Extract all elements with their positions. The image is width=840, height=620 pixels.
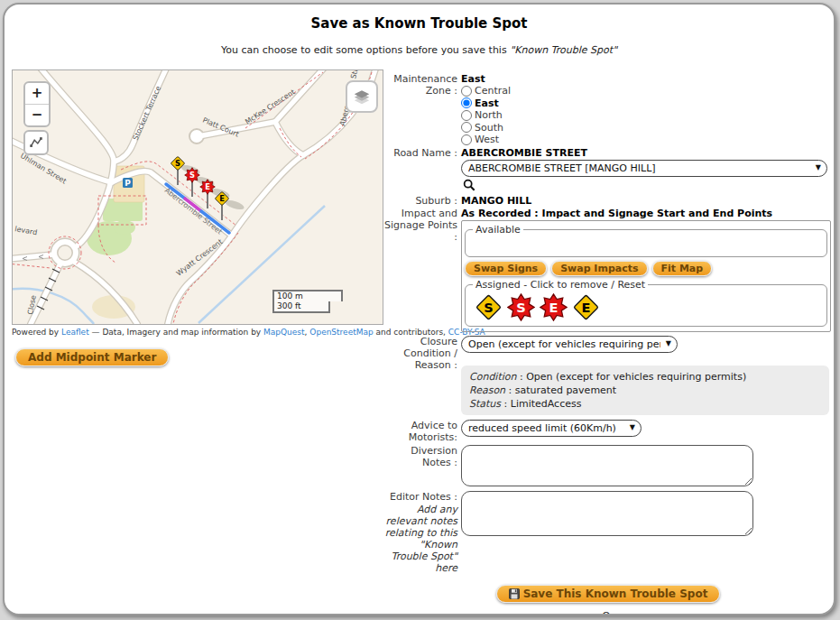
page-title: Save as Known Trouble Spot — [5, 15, 834, 32]
zone-radio-south[interactable]: South — [461, 122, 833, 134]
impact-signage-value: As Recorded : Impact and Signage Start a… — [461, 208, 833, 219]
or-text: Or — [383, 610, 833, 616]
page-panel: Save as Known Trouble Spot You can choos… — [3, 3, 835, 615]
available-signs-fieldset: Available — [465, 224, 827, 257]
zone-radio-input-central[interactable] — [461, 86, 472, 97]
leaflet-map[interactable]: P Stockert Terrace Platt Court McKee Cre… — [12, 69, 383, 325]
available-legend: Available — [473, 224, 523, 236]
diversion-row: Diversion Notes : — [383, 445, 833, 489]
zone-radio-east[interactable]: East — [461, 97, 833, 110]
editor-notes-label: Editor Notes : Add any relevant notes re… — [383, 491, 461, 574]
leaflet-link[interactable]: Leaflet — [61, 328, 89, 337]
zone-radio-north[interactable]: North — [461, 109, 833, 122]
map-attribution: Powered by Leaflet — Data, Imagery and m… — [12, 328, 383, 337]
draw-polyline-button[interactable] — [23, 130, 49, 155]
available-signs-area[interactable] — [473, 236, 819, 253]
assigned-sign-diamond-end[interactable] — [572, 293, 600, 321]
zone-radio-central[interactable]: Central — [461, 85, 833, 97]
diversion-notes-textarea[interactable] — [461, 445, 753, 486]
swap-signs-button[interactable]: Swap Signs — [465, 261, 547, 276]
closure-row: Closure Condition / Reason : Open (excep… — [383, 336, 833, 415]
fit-map-button[interactable]: Fit Map — [652, 261, 713, 276]
advice-motorists-select[interactable]: reduced speed limit (60Km/h) — [461, 420, 642, 437]
save-icon — [509, 588, 520, 599]
map-canvas: P Stockert Terrace Platt Court McKee Cre… — [13, 70, 383, 324]
osm-link[interactable]: OpenStreetMap — [309, 328, 373, 337]
road-name-value: ABERCROMBIE STREET — [461, 147, 833, 159]
search-icon[interactable] — [463, 179, 475, 191]
layers-icon — [352, 87, 372, 106]
zone-radio-input-north[interactable] — [461, 110, 472, 121]
impact-signage-row: Impact and Signage Points : As Recorded … — [383, 208, 833, 332]
road-name-label: Road Name : — [383, 147, 461, 194]
closure-label: Closure Condition / Reason : — [383, 336, 461, 415]
editor-row: Editor Notes : Add any relevant notes re… — [383, 491, 833, 574]
zone-radio-west[interactable]: West — [461, 134, 833, 146]
map-marker-impact-end[interactable] — [200, 180, 216, 195]
editor-notes-help: Add any relevant notes relating to this … — [383, 504, 457, 574]
suburb-label: Suburb : — [383, 195, 461, 207]
advice-label: Advice to Motorists: — [383, 420, 461, 443]
add-midpoint-marker-button[interactable]: Add Midpoint Marker — [15, 348, 169, 366]
closure-condition-select[interactable]: Open (except for vehicles requiring perm… — [461, 336, 678, 353]
scale-imperial: 300 ft — [272, 301, 330, 313]
advice-row: Advice to Motorists: reduced speed limit… — [383, 420, 833, 443]
suburb-row: Suburb : MANGO HILL — [383, 195, 833, 207]
maintenance-zone-value: East — [461, 73, 833, 85]
assigned-signs-fieldset: Assigned - Click to remove / Reset — [465, 279, 827, 327]
zoom-out-button[interactable]: − — [25, 104, 49, 125]
signage-points-box: Available Swap Signs Swap Impacts Fit Ma… — [461, 220, 831, 332]
map-marker-impact-start[interactable] — [185, 168, 200, 183]
zone-radio-input-south[interactable] — [461, 122, 472, 133]
assigned-sign-diamond-start[interactable] — [475, 293, 503, 321]
page-subtitle: You can choose to edit some options befo… — [5, 44, 834, 56]
svg-text:P: P — [125, 179, 131, 188]
assigned-sign-star-end[interactable] — [540, 293, 568, 321]
maintenance-zone-row: Maintenance Zone : East Central East Nor… — [383, 73, 833, 146]
assigned-sign-star-start[interactable] — [507, 293, 535, 321]
save-trouble-spot-button[interactable]: Save This Known Trouble Spot — [496, 585, 721, 603]
closure-reason-line: Reason : saturated pavement — [469, 384, 821, 397]
impact-signage-label: Impact and Signage Points : — [383, 208, 461, 332]
mapquest-link[interactable]: MapQuest — [263, 328, 305, 337]
zoom-control: + − — [23, 81, 51, 127]
zoom-in-button[interactable]: + — [25, 83, 49, 104]
map-scale: 100 m 300 ft — [272, 290, 343, 313]
closure-condition-line: Condition : Open (except for vehicles re… — [469, 370, 821, 384]
maintenance-zone-label: Maintenance Zone : — [383, 73, 461, 146]
closure-status-line: Status : LimitedAccess — [469, 397, 821, 411]
editor-notes-textarea[interactable] — [461, 491, 753, 536]
zone-radio-input-east[interactable] — [461, 97, 472, 108]
zone-radio-input-west[interactable] — [461, 134, 472, 145]
scale-metric: 100 m — [272, 290, 343, 301]
suburb-value: MANGO HILL — [461, 195, 833, 207]
diversion-notes-label: Diversion Notes : — [383, 445, 461, 489]
assigned-legend: Assigned - Click to remove / Reset — [473, 279, 648, 291]
parking-icon: P — [123, 178, 133, 188]
road-name-row: Road Name : ABERCROMBIE STREET ABERCROMB… — [383, 147, 833, 194]
road-name-select[interactable]: ABERCROMBIE STREET [MANGO HILL] — [461, 160, 827, 177]
layers-control-button[interactable] — [346, 80, 378, 113]
swap-impacts-button[interactable]: Swap Impacts — [551, 261, 647, 276]
polyline-icon — [28, 134, 44, 151]
closure-details-box: Condition : Open (except for vehicles re… — [461, 366, 829, 415]
